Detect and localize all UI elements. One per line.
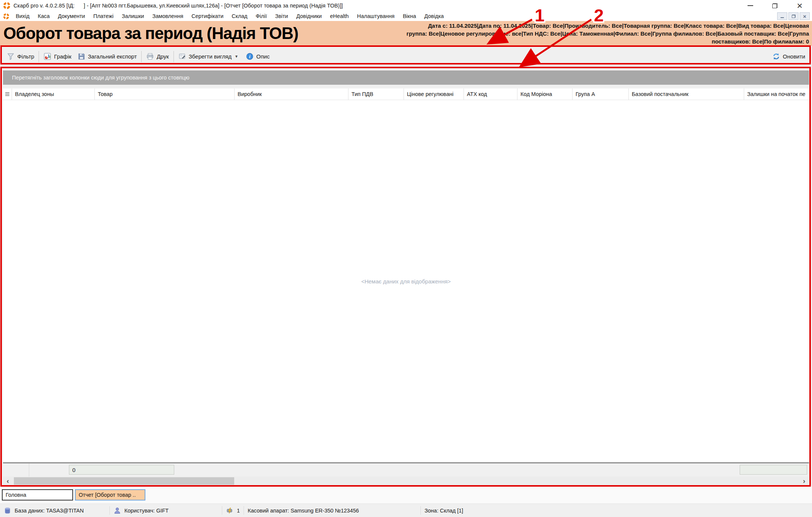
- menu-item-9[interactable]: Філії: [251, 13, 271, 19]
- svg-text:i: i: [249, 54, 251, 59]
- tab-home[interactable]: Головна: [2, 489, 73, 501]
- refresh-icon: [772, 52, 780, 60]
- toolbar-separator: [173, 51, 174, 62]
- export-button[interactable]: Загальний експорт: [75, 50, 140, 63]
- menu-item-2[interactable]: Каса: [34, 13, 54, 19]
- save-view-button[interactable]: Зберегти вигляд: [175, 50, 235, 63]
- mdi-close-button[interactable]: ×: [800, 12, 810, 20]
- column-header-5[interactable]: Цінове регулювані: [404, 88, 464, 100]
- menu-item-8[interactable]: Склад: [227, 13, 251, 19]
- column-header-3[interactable]: Виробник: [235, 88, 348, 100]
- grid-data-area: <Немає даних для відображення>: [3, 100, 809, 462]
- app-logo-icon: [3, 2, 10, 9]
- export-button-label: Загальний експорт: [88, 53, 137, 60]
- empty-data-message: <Немає даних для відображення>: [361, 278, 451, 285]
- close-icon: ×: [797, 2, 802, 9]
- filter-line: группа: Все|Ценовое регулирование: все|Т…: [407, 30, 809, 37]
- minimize-icon: [748, 5, 753, 6]
- horizontal-scrollbar[interactable]: ‹ ›: [3, 477, 809, 486]
- column-header-4[interactable]: Тип ПДВ: [348, 88, 404, 100]
- scrollbar-thumb[interactable]: [14, 477, 234, 485]
- refresh-button[interactable]: Оновити: [772, 52, 808, 60]
- report-filter-summary: Дата с: 11.04.2025|Дата по: 11.04.2025|Т…: [407, 21, 812, 46]
- column-header-8[interactable]: Група А: [573, 88, 629, 100]
- tab-label: Отчет [Оборот товар ..: [79, 492, 136, 498]
- column-header-10[interactable]: Залишки на початок пе: [744, 88, 809, 100]
- print-button[interactable]: Друк: [143, 50, 172, 63]
- mdi-minimize-button[interactable]: [777, 12, 787, 20]
- scroll-right-icon[interactable]: ›: [799, 477, 809, 486]
- scrollbar-track[interactable]: [13, 477, 799, 486]
- chevron-down-icon[interactable]: ▼: [235, 54, 238, 58]
- save-export-icon: [78, 52, 85, 60]
- status-database-label: База даних: TASA3@TITAN: [15, 508, 84, 514]
- column-header-2[interactable]: Товар: [95, 88, 235, 100]
- funnel-icon: [7, 52, 15, 60]
- info-icon: i: [246, 52, 254, 60]
- window-title: Скарб pro v. 4.0.2.85 [ІД: ] - [Апт №003…: [13, 3, 343, 9]
- status-user: Користувач: GIFT: [110, 507, 222, 514]
- column-chooser-button[interactable]: [3, 88, 12, 100]
- titlebar: Скарб pro v. 4.0.2.85 [ІД: ] - [Апт №003…: [0, 0, 812, 11]
- mdi-restore-button[interactable]: [788, 12, 799, 20]
- summary-divider: [29, 463, 29, 477]
- minimize-button[interactable]: [738, 0, 763, 11]
- print-button-label: Друк: [157, 53, 169, 60]
- chart-button-label: Графік: [54, 53, 71, 60]
- info-button-label: Опис: [256, 53, 270, 60]
- status-user-label: Користувач: GIFT: [124, 508, 169, 514]
- summary-cell-total: 0: [69, 465, 174, 475]
- restore-icon: [772, 3, 778, 8]
- menu-item-14[interactable]: Вікна: [399, 13, 420, 19]
- restore-button[interactable]: [763, 0, 787, 11]
- report-title: Оборот товара за период (Надія ТОВ): [0, 21, 298, 46]
- user-icon: [114, 507, 121, 514]
- status-cash-register: Касовий апарат: Samsung ER-350 №123456: [244, 508, 420, 514]
- menu-items: ВихідКасаДокументиПлатежіЗалишкиЗамовлен…: [12, 13, 448, 19]
- menu-item-1[interactable]: Вихід: [12, 13, 34, 19]
- menu-item-13[interactable]: Налаштування: [353, 13, 399, 19]
- menu-item-3[interactable]: Документи: [54, 13, 89, 19]
- filter-button-label: Фільтр: [17, 53, 34, 60]
- status-connections-count: 1: [237, 508, 240, 514]
- menu-item-15[interactable]: Довідка: [420, 13, 448, 19]
- grid-header-row: Владелец зоныТоварВиробникТип ПДВЦінове …: [3, 88, 809, 100]
- toolbar: Фільтр Графік Загальний експорт Друк Збе…: [0, 46, 812, 67]
- connection-icon: [226, 507, 233, 514]
- scroll-left-icon[interactable]: ‹: [3, 477, 13, 486]
- menu-item-10[interactable]: Звіти: [271, 13, 292, 19]
- status-cash-register-label: Касовий апарат: Samsung ER-350 №123456: [248, 508, 359, 514]
- column-header-6[interactable]: АТХ код: [464, 88, 517, 100]
- grid-summary-row: 0: [3, 462, 809, 477]
- column-header-9[interactable]: Базовий постачальник: [629, 88, 744, 100]
- menu-item-11[interactable]: Довідники: [292, 13, 326, 19]
- menu-item-6[interactable]: Замовлення: [148, 13, 187, 19]
- chart-icon: [43, 52, 51, 60]
- status-zone: Зона: Склад [1]: [421, 508, 533, 514]
- menu-logo-icon: [3, 13, 9, 19]
- tab-report-active[interactable]: Отчет [Оборот товар ..: [75, 489, 145, 501]
- window-controls: ×: [738, 0, 812, 11]
- window-tabs: Головна Отчет [Оборот товар ..: [0, 486, 812, 504]
- menu-item-4[interactable]: Платежі: [89, 13, 118, 19]
- save-view-button-label: Зберегти вигляд: [189, 53, 232, 60]
- refresh-button-label: Оновити: [783, 53, 805, 60]
- toolbar-separator: [141, 51, 142, 62]
- statusbar: База даних: TASA3@TITAN Користувач: GIFT…: [0, 504, 812, 517]
- column-header-1[interactable]: Владелец зоны: [12, 88, 95, 100]
- minimize-icon: [781, 17, 784, 18]
- group-by-drop-zone[interactable]: Перетягніть заголовок колонки сюди для у…: [3, 70, 809, 85]
- menu-item-12[interactable]: eHealth: [326, 13, 353, 19]
- printer-icon: [146, 52, 154, 60]
- filter-button[interactable]: Фільтр: [4, 50, 37, 63]
- filter-line: Дата с: 11.04.2025|Дата по: 11.04.2025|Т…: [407, 22, 809, 30]
- chart-button[interactable]: Графік: [40, 50, 74, 63]
- tab-label: Головна: [6, 492, 26, 498]
- close-button[interactable]: ×: [787, 0, 812, 11]
- status-connections: 1: [222, 507, 244, 514]
- info-button[interactable]: i Опис: [243, 50, 273, 63]
- mdi-window-controls: ×: [777, 12, 810, 20]
- menu-item-5[interactable]: Залишки: [118, 13, 148, 19]
- menu-item-7[interactable]: Сертифікати: [187, 13, 227, 19]
- column-header-7[interactable]: Код Моріона: [517, 88, 573, 100]
